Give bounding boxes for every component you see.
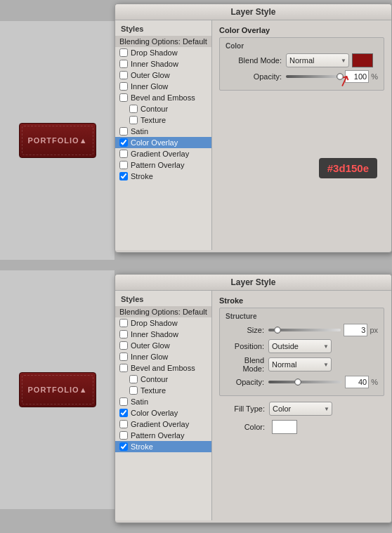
stroke-check-top[interactable] <box>119 172 128 180</box>
color-overlay-check-top[interactable] <box>119 138 128 147</box>
opacity-label-bottom: Opacity: <box>226 378 264 386</box>
opacity-row-bottom: Opacity: 40 % <box>226 376 378 388</box>
opacity-slider-bottom[interactable] <box>268 381 345 383</box>
opacity-track-top <box>286 75 342 78</box>
pattern-overlay-check-bottom[interactable] <box>119 431 128 440</box>
main-content-bottom: Stroke Structure Size: 3 px Positio <box>212 291 391 520</box>
sidebar-item-gradient-overlay-top[interactable]: Gradient Overlay <box>115 148 211 159</box>
opacity-row-top: Opacity: 100 % <box>226 70 378 83</box>
sidebar-item-color-overlay-top[interactable]: Color Overlay <box>115 137 211 148</box>
outer-glow-check-top[interactable] <box>119 71 128 79</box>
drop-shadow-check-bottom[interactable] <box>119 319 128 327</box>
sidebar-item-bevel-top[interactable]: Bevel and Emboss <box>115 92 211 103</box>
styles-header-top: Styles <box>115 23 211 36</box>
contour-check-bottom[interactable] <box>129 375 138 383</box>
gradient-overlay-check-bottom[interactable] <box>119 420 128 428</box>
size-input-bottom[interactable]: 3 <box>344 324 367 336</box>
sidebar-item-bevel-bottom[interactable]: Bevel and Emboss <box>115 362 211 374</box>
sidebar-item-outer-glow-top[interactable]: Outer Glow <box>115 70 211 81</box>
opacity-thumb-bottom[interactable] <box>294 379 301 386</box>
sidebar-item-pattern-overlay-bottom[interactable]: Pattern Overlay <box>115 430 211 441</box>
blend-mode-select-bottom[interactable]: Normal <box>268 357 332 371</box>
subsection-box-top: Color Blend Mode: Normal Opacity: <box>219 37 384 91</box>
fill-type-label-bottom: Fill Type: <box>219 404 265 413</box>
sidebar-item-color-overlay-bottom[interactable]: Color Overlay <box>115 407 211 419</box>
panel-title-top: Layer Style <box>115 4 391 20</box>
portfolio-preview-bottom: PORTFOLIO ▲ <box>0 270 115 509</box>
styles-sidebar-top: Styles Blending Options: Default Drop Sh… <box>115 20 212 250</box>
sidebar-item-drop-shadow-bottom[interactable]: Drop Shadow <box>115 317 211 329</box>
bevel-check-top[interactable] <box>119 93 128 102</box>
portfolio-label-top: PORTFOLIO <box>28 136 79 145</box>
main-content-top: Color Overlay Color Blend Mode: Normal O… <box>212 20 391 250</box>
pattern-overlay-check-top[interactable] <box>119 161 128 169</box>
opacity-track-bottom <box>268 381 342 383</box>
sidebar-item-inner-shadow-bottom[interactable]: Inner Shadow <box>115 329 211 340</box>
texture-check-top[interactable] <box>129 116 138 124</box>
sidebar-item-inner-glow-top[interactable]: Inner Glow <box>115 81 211 92</box>
styles-header-bottom: Styles <box>115 294 211 306</box>
position-row-bottom: Position: Outside <box>226 339 378 353</box>
size-track-bottom <box>268 329 341 331</box>
texture-check-bottom[interactable] <box>129 386 138 395</box>
sidebar-item-texture-top[interactable]: Texture <box>115 114 211 126</box>
color-label-bottom: Color: <box>219 423 265 431</box>
sidebar-item-outer-glow-bottom[interactable]: Outer Glow <box>115 340 211 351</box>
drop-shadow-check-top[interactable] <box>119 48 128 57</box>
subsection-title-top: Color <box>226 42 378 50</box>
sidebar-item-contour-top[interactable]: Contour <box>115 103 211 114</box>
portfolio-arrow-top: ▲ <box>79 136 88 145</box>
sidebar-item-drop-shadow-top[interactable]: Drop Shadow <box>115 47 211 58</box>
sidebar-item-blending-bottom[interactable]: Blending Options: Default <box>115 306 211 317</box>
outer-glow-check-bottom[interactable] <box>119 341 128 350</box>
portfolio-button-top[interactable]: PORTFOLIO ▲ <box>19 123 96 158</box>
color-swatch-bottom[interactable] <box>272 420 297 434</box>
contour-check-top[interactable] <box>129 105 138 113</box>
tooltip-box-top: #3d150e <box>319 158 377 178</box>
sidebar-item-inner-shadow-top[interactable]: Inner Shadow <box>115 58 211 70</box>
bevel-check-bottom[interactable] <box>119 364 128 372</box>
sidebar-item-inner-glow-bottom[interactable]: Inner Glow <box>115 351 211 362</box>
size-row-bottom: Size: 3 px <box>226 324 378 336</box>
section-title-bottom: Stroke <box>219 296 384 305</box>
inner-glow-check-top[interactable] <box>119 82 128 91</box>
styles-sidebar-bottom: Styles Blending Options: Default Drop Sh… <box>115 291 212 520</box>
layer-style-panel-bottom: Layer Style Styles Blending Options: Def… <box>115 274 392 523</box>
size-slider-bottom[interactable] <box>268 329 344 331</box>
inner-shadow-check-bottom[interactable] <box>119 330 128 338</box>
sidebar-item-contour-bottom[interactable]: Contour <box>115 374 211 385</box>
blend-mode-select-top[interactable]: Normal <box>286 53 349 67</box>
portfolio-arrow-bottom: ▲ <box>79 386 88 394</box>
size-unit-bottom: px <box>370 326 378 334</box>
sidebar-item-satin-top[interactable]: Satin <box>115 126 211 137</box>
position-select-bottom[interactable]: Outside <box>268 339 332 353</box>
section-title-top: Color Overlay <box>219 26 384 34</box>
sidebar-item-gradient-overlay-bottom[interactable]: Gradient Overlay <box>115 419 211 430</box>
blend-mode-label-bottom: Blend Mode: <box>226 356 264 373</box>
satin-check-bottom[interactable] <box>119 397 128 406</box>
position-label-bottom: Position: <box>226 342 264 350</box>
sidebar-item-stroke-bottom[interactable]: Stroke <box>115 441 211 452</box>
sidebar-item-texture-bottom[interactable]: Texture <box>115 385 211 396</box>
portfolio-button-bottom[interactable]: PORTFOLIO ▲ <box>19 372 96 407</box>
gradient-overlay-check-top[interactable] <box>119 150 128 158</box>
sidebar-item-pattern-overlay-top[interactable]: Pattern Overlay <box>115 159 211 171</box>
sidebar-item-satin-bottom[interactable]: Satin <box>115 396 211 407</box>
opacity-unit-top: % <box>371 72 378 81</box>
sidebar-item-stroke-top[interactable]: Stroke <box>115 171 211 182</box>
color-overlay-check-bottom[interactable] <box>119 409 128 417</box>
color-swatch-top[interactable] <box>352 53 373 67</box>
opacity-input-bottom[interactable]: 40 <box>345 376 369 388</box>
size-label-bottom: Size: <box>226 326 264 334</box>
subsection-box-bottom: Structure Size: 3 px Position: <box>219 308 384 396</box>
fill-type-select-bottom[interactable]: Color <box>269 402 332 416</box>
size-thumb-bottom[interactable] <box>274 327 281 334</box>
inner-glow-check-bottom[interactable] <box>119 353 128 361</box>
blend-mode-row-bottom: Blend Mode: Normal <box>226 356 378 373</box>
fill-type-row-bottom: Fill Type: Color <box>219 402 384 416</box>
satin-check-top[interactable] <box>119 127 128 136</box>
blend-mode-label-top: Blend Mode: <box>226 56 282 65</box>
sidebar-item-blending-top[interactable]: Blending Options: Default <box>115 36 211 47</box>
stroke-check-bottom[interactable] <box>119 442 128 451</box>
inner-shadow-check-top[interactable] <box>119 60 128 68</box>
